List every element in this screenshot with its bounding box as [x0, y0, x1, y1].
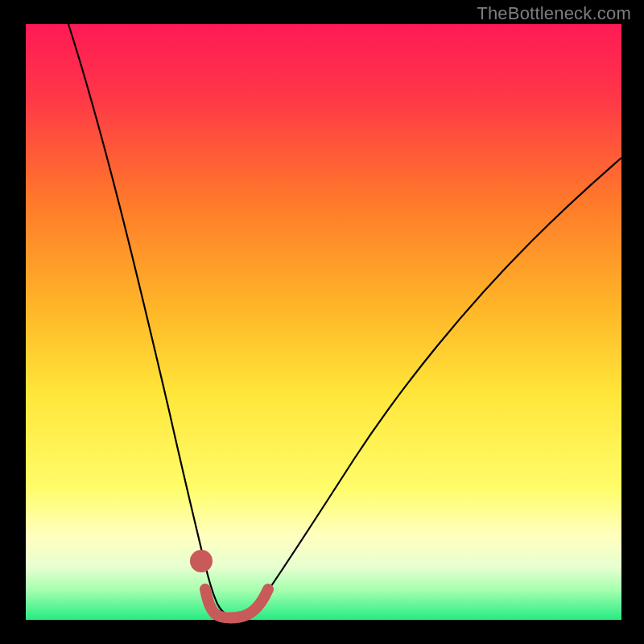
- watermark-text: TheBottleneck.com: [477, 3, 631, 24]
- marker-dot: [196, 555, 207, 567]
- plot-background: [26, 24, 621, 620]
- bottleneck-chart: [0, 0, 644, 644]
- chart-frame: { "watermark": "TheBottleneck.com", "col…: [0, 0, 644, 644]
